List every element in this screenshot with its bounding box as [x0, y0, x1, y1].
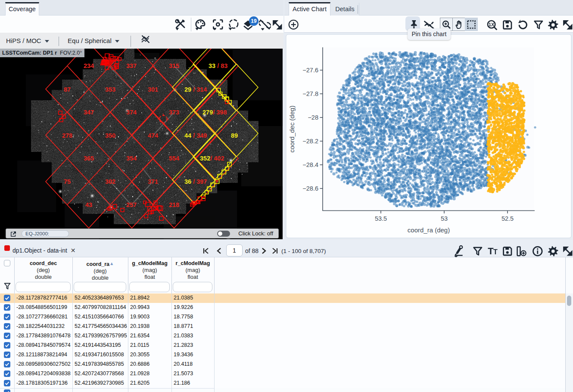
- svg-text:234: 234: [84, 62, 94, 69]
- svg-text:354: 354: [126, 155, 137, 162]
- svg-text:301: 301: [148, 86, 158, 93]
- svg-text:−27.8: −27.8: [302, 90, 318, 97]
- svg-text:371: 371: [148, 178, 158, 185]
- svg-text:474: 474: [148, 132, 158, 139]
- svg-text:352/ 402: 352/ 402: [200, 155, 224, 162]
- svg-text:−27.6: −27.6: [302, 67, 318, 74]
- svg-text:T: T: [493, 248, 498, 256]
- svg-text:373: 373: [169, 109, 179, 116]
- svg-text:257: 257: [126, 201, 137, 208]
- svg-text:278: 278: [62, 132, 72, 139]
- svg-text:53.5: 53.5: [375, 215, 387, 222]
- svg-text:−28.6: −28.6: [302, 185, 318, 192]
- svg-text:554: 554: [169, 155, 179, 162]
- svg-text:29 / 314: 29 / 314: [184, 86, 207, 93]
- svg-text:279/ 398: 279/ 398: [202, 109, 227, 116]
- svg-text:353: 353: [105, 86, 115, 93]
- svg-text:−28.2: −28.2: [302, 138, 318, 145]
- svg-text:337: 337: [126, 62, 137, 69]
- svg-text:36 / 397: 36 / 397: [184, 178, 207, 185]
- svg-text:218: 218: [169, 201, 179, 208]
- svg-text:33 / 83: 33 / 83: [209, 62, 227, 69]
- svg-text:43: 43: [85, 201, 92, 208]
- svg-text:347: 347: [84, 109, 94, 116]
- svg-text:coord_ra (deg): coord_ra (deg): [408, 226, 450, 234]
- svg-text:374: 374: [126, 109, 137, 116]
- svg-text:365: 365: [84, 155, 94, 162]
- svg-text:350: 350: [105, 132, 115, 139]
- svg-text:89: 89: [231, 132, 238, 139]
- svg-text:52.5: 52.5: [501, 215, 514, 222]
- svg-text:53: 53: [441, 215, 448, 222]
- svg-text:coord_dec (deg): coord_dec (deg): [288, 105, 296, 152]
- svg-text:1X: 1X: [489, 22, 495, 27]
- svg-text:87: 87: [64, 86, 71, 93]
- svg-text:44 / 349: 44 / 349: [184, 132, 207, 139]
- svg-text:−28: −28: [308, 114, 318, 121]
- svg-text:302: 302: [105, 178, 115, 185]
- svg-text:315: 315: [169, 62, 179, 69]
- svg-text:75: 75: [64, 178, 71, 185]
- svg-text:−28.4: −28.4: [302, 161, 318, 168]
